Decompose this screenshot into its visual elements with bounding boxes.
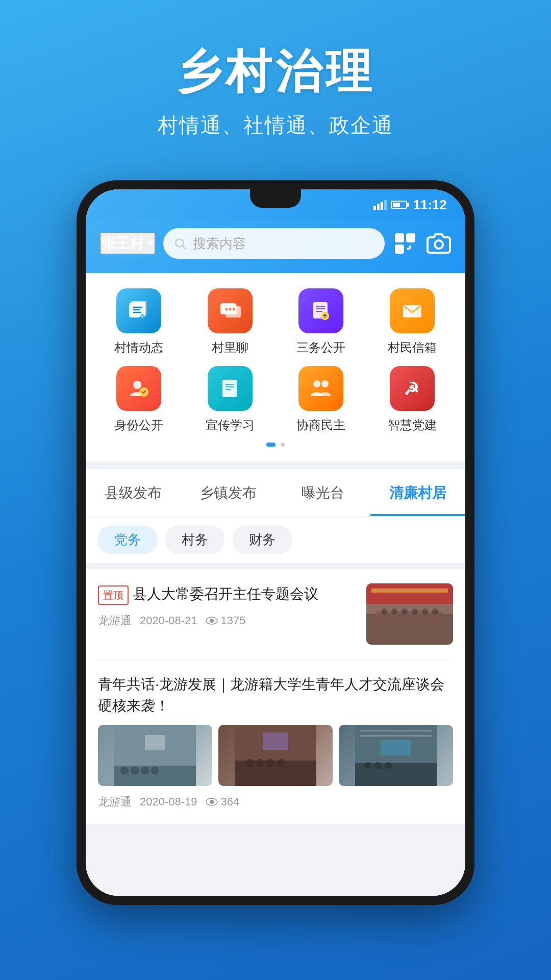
battery-icon <box>391 201 407 209</box>
svg-rect-33 <box>222 380 237 397</box>
dot-active <box>266 443 276 447</box>
svg-rect-76 <box>381 740 411 755</box>
tab-qlvj[interactable]: 清廉村居 <box>370 469 465 516</box>
menu-item-cqdt[interactable]: 村情动态 <box>96 288 182 356</box>
menu-item-swgk[interactable]: 三务公开 <box>278 288 364 356</box>
eye-icon-2 <box>206 798 218 806</box>
svg-point-52 <box>412 608 418 615</box>
top-badge: 置顶 <box>98 585 129 605</box>
menu-label-xcxx: 宣传学习 <box>206 417 255 433</box>
svg-point-58 <box>131 767 139 775</box>
svg-point-22 <box>229 308 231 311</box>
chevron-down-icon <box>147 241 154 247</box>
xcxx-icon <box>208 366 253 411</box>
svg-point-65 <box>256 759 264 767</box>
news-title-2: 青年共话·龙游发展｜龙游籍大学生青年人才交流座谈会硬核来袭！ <box>98 674 453 717</box>
tab-xzfb[interactable]: 乡镇发布 <box>181 469 276 516</box>
phone-mockup: 11:12 张王村 搜索内容 <box>77 180 474 905</box>
news-item-1[interactable]: 置顶县人大常委召开主任专题会议 龙游通 2020-08-21 <box>98 569 453 659</box>
svg-point-39 <box>321 380 329 387</box>
menu-label-sfgk: 身份公开 <box>114 417 163 433</box>
svg-point-51 <box>402 608 408 615</box>
news-title-1: 置顶县人大常委召开主任专题会议 <box>98 583 356 605</box>
tab-qgt[interactable]: 曝光台 <box>276 469 370 516</box>
news-item-row-1: 置顶县人大常委召开主任专题会议 龙游通 2020-08-21 <box>98 583 453 645</box>
svg-point-31 <box>133 381 141 389</box>
app-header: 张王村 搜索内容 <box>86 220 465 273</box>
svg-point-59 <box>141 767 149 775</box>
eye-icon-1 <box>206 617 218 625</box>
vlc-icon <box>208 288 253 333</box>
main-tabs: 县级发布 乡镇发布 曝光台 清廉村居 <box>86 469 465 517</box>
svg-text:☭: ☭ <box>404 379 419 399</box>
svg-point-73 <box>385 762 392 769</box>
three-img-2 <box>218 725 333 786</box>
svg-point-71 <box>364 762 371 769</box>
news-section: 置顶县人大常委召开主任专题会议 龙游通 2020-08-21 <box>86 569 465 824</box>
svg-point-50 <box>391 608 397 615</box>
menu-item-vlc[interactable]: 村里聊 <box>187 288 273 356</box>
svg-rect-40 <box>318 390 323 391</box>
svg-point-11 <box>435 240 443 249</box>
camera-icon[interactable] <box>427 231 451 256</box>
svg-point-60 <box>151 767 159 775</box>
xsmd-icon <box>298 366 343 411</box>
menu-label-xsmd: 协商民主 <box>296 417 345 433</box>
svg-rect-5 <box>398 236 401 239</box>
three-img-1 <box>98 725 212 786</box>
search-icon <box>173 237 187 250</box>
location-button[interactable]: 张王村 <box>100 233 155 254</box>
phone-screen: 11:12 张王村 搜索内容 <box>86 189 465 896</box>
svg-rect-7 <box>398 248 401 251</box>
search-placeholder: 搜索内容 <box>193 235 246 253</box>
cqdt-icon <box>116 288 161 333</box>
sub-tab-dw[interactable]: 党务 <box>98 526 157 554</box>
svg-rect-46 <box>371 589 448 593</box>
scroll-content[interactable]: 村情动态 <box>86 273 465 896</box>
menu-section: 村情动态 <box>86 273 465 461</box>
menu-label-zhdj: 智慧党建 <box>388 417 437 433</box>
svg-point-57 <box>120 767 129 775</box>
news-views-1: 1375 <box>206 614 246 627</box>
menu-item-xcxx[interactable]: 宣传学习 <box>187 366 273 433</box>
svg-point-67 <box>277 759 285 767</box>
news-source-2: 龙游通 <box>98 794 132 810</box>
news-date-2: 2020-08-19 <box>140 795 197 808</box>
svg-rect-45 <box>366 583 453 604</box>
location-label: 张王村 <box>101 234 144 253</box>
news-item-2[interactable]: 青年共话·龙游发展｜龙游籍大学生青年人才交流座谈会硬核来袭！ <box>98 659 453 824</box>
svg-rect-75 <box>360 735 432 737</box>
menu-item-xsmd[interactable]: 协商民主 <box>278 366 364 433</box>
menu-item-vmxb[interactable]: 村民信箱 <box>369 288 456 356</box>
sub-tab-cw2[interactable]: 财务 <box>233 526 292 554</box>
news-thumb-1 <box>366 583 453 645</box>
menu-label-vlc: 村里聊 <box>212 339 248 356</box>
status-time: 11:12 <box>413 197 447 213</box>
qr-scan-icon[interactable] <box>393 231 417 256</box>
dot-inactive <box>281 443 285 447</box>
sub-tabs: 党务 村务 财务 <box>86 517 465 563</box>
menu-grid: 村情动态 <box>96 288 455 433</box>
svg-point-0 <box>176 239 183 247</box>
sub-tab-cw[interactable]: 村务 <box>165 526 224 554</box>
tab-xjfb[interactable]: 县级发布 <box>86 469 181 516</box>
svg-point-43 <box>210 619 214 623</box>
menu-label-cqdt: 村情动态 <box>114 339 163 356</box>
menu-label-vmxb: 村民信箱 <box>388 339 437 356</box>
news-meta-1: 龙游通 2020-08-21 1375 <box>98 613 356 628</box>
svg-point-54 <box>432 608 438 615</box>
svg-point-78 <box>210 800 214 804</box>
phone-notch <box>250 189 301 208</box>
three-img-3 <box>339 725 453 786</box>
svg-line-1 <box>183 246 186 249</box>
menu-item-sfgk[interactable]: 身份公开 <box>96 366 182 433</box>
news-source-1: 龙游通 <box>98 613 132 628</box>
header-icons <box>393 231 451 256</box>
svg-point-66 <box>266 759 274 767</box>
news-content-1: 置顶县人大常委召开主任专题会议 龙游通 2020-08-21 <box>98 583 356 628</box>
svg-rect-61 <box>145 735 165 750</box>
page-dots <box>96 443 455 447</box>
search-bar[interactable]: 搜索内容 <box>163 228 385 259</box>
menu-item-zhdj[interactable]: ☭ 智慧党建 <box>369 366 456 433</box>
news-date-1: 2020-08-21 <box>140 614 197 627</box>
